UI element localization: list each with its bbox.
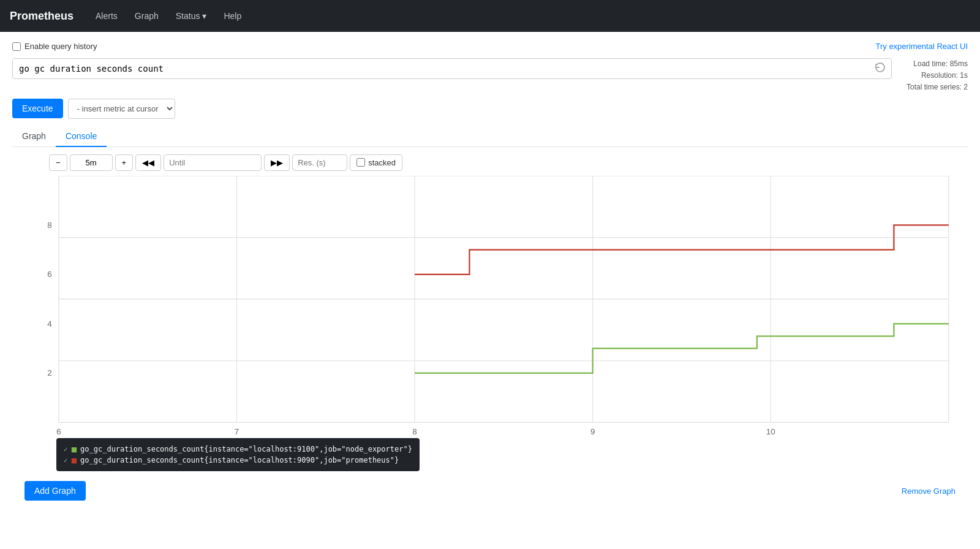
stacked-checkbox[interactable] [356,158,365,167]
brand: Prometheus [10,10,74,23]
tabs: Graph Console [12,126,968,147]
metric-selector[interactable]: - insert metric at cursor [68,99,175,119]
nav-help[interactable]: Help [216,6,249,26]
query-row: Load time: 85ms Resolution: 1s Total tim… [12,58,968,94]
add-graph-button[interactable]: Add Graph [24,481,86,501]
execute-row: Execute - insert metric at cursor [12,99,968,119]
zoom-in-button[interactable]: + [115,154,134,171]
legend-check-red: ✓ [64,456,68,464]
top-row: Enable query history Try experimental Re… [12,42,968,51]
svg-text:8: 8 [47,221,51,230]
react-ui-link[interactable]: Try experimental React UI [875,42,968,51]
svg-text:6: 6 [47,270,51,279]
chevron-down-icon: ▾ [202,11,206,21]
legend-color-red-icon: ■ [72,455,77,465]
legend: ✓ ■ go_gc_duration_seconds_count{instanc… [56,438,420,471]
legend-color-green-icon: ■ [72,444,77,454]
query-input[interactable] [13,59,891,78]
bottom-row: Add Graph Remove Graph [12,471,968,510]
stacked-label[interactable]: stacked [350,154,402,171]
nav-links: Alerts Graph Status ▾ Help [88,6,249,26]
next-time-button[interactable]: ▶▶ [264,154,290,171]
legend-item-green[interactable]: ✓ ■ go_gc_duration_seconds_count{instanc… [64,444,412,454]
svg-text:2: 2 [47,368,51,377]
query-input-wrapper [12,58,892,79]
svg-text:7: 7 [235,427,239,436]
prev-time-button[interactable]: ◀◀ [135,154,161,171]
resolution-input[interactable] [292,154,347,171]
svg-text:4: 4 [47,319,52,328]
svg-text:10: 10 [766,427,775,436]
svg-text:8: 8 [412,427,417,436]
main-content: Enable query history Try experimental Re… [0,32,980,520]
nav-alerts[interactable]: Alerts [88,6,125,26]
graph-controls: − + ◀◀ ▶▶ stacked [12,147,968,176]
svg-text:9: 9 [590,427,595,436]
refresh-icon[interactable] [874,61,886,76]
stats-panel: Load time: 85ms Resolution: 1s Total tim… [907,58,968,94]
legend-item-red[interactable]: ✓ ■ go_gc_duration_seconds_count{instanc… [64,455,412,465]
enable-history-checkbox[interactable] [12,42,21,51]
nav-graph[interactable]: Graph [127,6,166,26]
nav-status[interactable]: Status ▾ [168,6,214,26]
chart-svg: 2 4 6 8 6 7 8 9 10 [24,176,956,436]
legend-check-green: ✓ [64,445,68,453]
remove-graph-link[interactable]: Remove Graph [902,487,956,496]
enable-history-label[interactable]: Enable query history [12,42,97,51]
until-input[interactable] [164,154,262,171]
tab-console[interactable]: Console [56,126,107,147]
navbar: Prometheus Alerts Graph Status ▾ Help [0,0,980,32]
tab-graph[interactable]: Graph [12,126,56,147]
chart-container: 2 4 6 8 6 7 8 9 10 [24,176,956,436]
svg-text:6: 6 [56,427,61,436]
execute-button[interactable]: Execute [12,99,63,118]
duration-input[interactable] [70,154,113,171]
zoom-out-button[interactable]: − [49,154,67,171]
